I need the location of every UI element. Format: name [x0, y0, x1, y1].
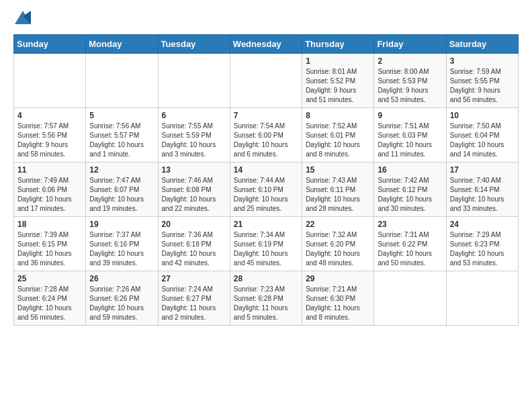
day-cell: 21Sunrise: 7:34 AM Sunset: 6:19 PM Dayli… — [230, 217, 302, 271]
day-info: Sunrise: 7:49 AM Sunset: 6:06 PM Dayligh… — [17, 176, 82, 214]
day-number: 5 — [89, 111, 154, 120]
header — [13, 11, 519, 28]
day-cell: 16Sunrise: 7:42 AM Sunset: 6:12 PM Dayli… — [374, 163, 446, 217]
day-number: 17 — [450, 165, 515, 175]
day-cell: 11Sunrise: 7:49 AM Sunset: 6:06 PM Dayli… — [14, 163, 86, 217]
day-cell: 27Sunrise: 7:24 AM Sunset: 6:27 PM Dayli… — [158, 271, 230, 326]
day-cell — [374, 271, 446, 326]
day-number: 27 — [162, 274, 226, 283]
calendar-page: SundayMondayTuesdayWednesdayThursdayFrid… — [0, 0, 532, 411]
logo — [13, 11, 31, 28]
day-cell: 25Sunrise: 7:28 AM Sunset: 6:24 PM Dayli… — [14, 271, 86, 326]
day-cell — [14, 54, 86, 108]
week-row-0: 1Sunrise: 8:01 AM Sunset: 5:52 PM Daylig… — [14, 54, 519, 108]
col-header-thursday: Thursday — [302, 35, 374, 54]
day-info: Sunrise: 7:42 AM Sunset: 6:12 PM Dayligh… — [378, 176, 442, 214]
col-header-sunday: Sunday — [14, 35, 86, 54]
day-cell: 4Sunrise: 7:57 AM Sunset: 5:56 PM Daylig… — [14, 108, 86, 163]
day-info: Sunrise: 7:59 AM Sunset: 5:55 PM Dayligh… — [450, 67, 515, 105]
day-cell: 19Sunrise: 7:37 AM Sunset: 6:16 PM Dayli… — [86, 217, 158, 271]
day-cell: 14Sunrise: 7:44 AM Sunset: 6:10 PM Dayli… — [230, 163, 302, 217]
day-number: 14 — [234, 165, 298, 175]
day-info: Sunrise: 7:32 AM Sunset: 6:20 PM Dayligh… — [306, 230, 370, 268]
day-info: Sunrise: 7:55 AM Sunset: 5:59 PM Dayligh… — [162, 122, 226, 159]
day-cell — [446, 271, 518, 326]
day-info: Sunrise: 7:52 AM Sunset: 6:01 PM Dayligh… — [306, 122, 370, 159]
calendar-table: SundayMondayTuesdayWednesdayThursdayFrid… — [13, 34, 519, 326]
day-number: 6 — [162, 111, 226, 120]
day-number: 3 — [450, 56, 515, 66]
day-info: Sunrise: 7:50 AM Sunset: 6:04 PM Dayligh… — [450, 122, 515, 159]
day-info: Sunrise: 7:28 AM Sunset: 6:24 PM Dayligh… — [17, 285, 82, 322]
week-row-3: 18Sunrise: 7:39 AM Sunset: 6:15 PM Dayli… — [14, 217, 519, 271]
day-cell: 5Sunrise: 7:56 AM Sunset: 5:57 PM Daylig… — [86, 108, 158, 163]
day-number: 13 — [162, 165, 226, 175]
day-cell: 20Sunrise: 7:36 AM Sunset: 6:18 PM Dayli… — [158, 217, 230, 271]
day-number: 28 — [234, 274, 298, 283]
day-cell: 15Sunrise: 7:43 AM Sunset: 6:11 PM Dayli… — [302, 163, 374, 217]
day-cell: 29Sunrise: 7:21 AM Sunset: 6:30 PM Dayli… — [302, 271, 374, 326]
week-row-2: 11Sunrise: 7:49 AM Sunset: 6:06 PM Dayli… — [14, 163, 519, 217]
day-number: 15 — [306, 165, 370, 175]
day-info: Sunrise: 7:57 AM Sunset: 5:56 PM Dayligh… — [17, 122, 82, 159]
col-header-saturday: Saturday — [446, 35, 518, 54]
week-row-1: 4Sunrise: 7:57 AM Sunset: 5:56 PM Daylig… — [14, 108, 519, 163]
day-number: 29 — [306, 274, 370, 283]
day-number: 24 — [450, 220, 515, 229]
day-number: 1 — [306, 56, 370, 66]
day-info: Sunrise: 7:24 AM Sunset: 6:27 PM Dayligh… — [162, 285, 226, 322]
day-info: Sunrise: 7:43 AM Sunset: 6:11 PM Dayligh… — [306, 176, 370, 214]
day-info: Sunrise: 7:36 AM Sunset: 6:18 PM Dayligh… — [162, 230, 226, 268]
day-cell: 23Sunrise: 7:31 AM Sunset: 6:22 PM Dayli… — [374, 217, 446, 271]
day-cell: 2Sunrise: 8:00 AM Sunset: 5:53 PM Daylig… — [374, 54, 446, 108]
day-cell: 12Sunrise: 7:47 AM Sunset: 6:07 PM Dayli… — [86, 163, 158, 217]
day-number: 2 — [378, 56, 442, 66]
day-number: 7 — [234, 111, 298, 120]
day-number: 26 — [89, 274, 154, 283]
day-info: Sunrise: 7:31 AM Sunset: 6:22 PM Dayligh… — [378, 230, 442, 268]
day-info: Sunrise: 7:23 AM Sunset: 6:28 PM Dayligh… — [234, 285, 298, 322]
header-row: SundayMondayTuesdayWednesdayThursdayFrid… — [14, 35, 519, 54]
day-number: 10 — [450, 111, 515, 120]
day-number: 4 — [17, 111, 82, 120]
day-cell: 18Sunrise: 7:39 AM Sunset: 6:15 PM Dayli… — [14, 217, 86, 271]
day-cell — [158, 54, 230, 108]
day-info: Sunrise: 7:26 AM Sunset: 6:26 PM Dayligh… — [89, 285, 154, 322]
day-info: Sunrise: 7:21 AM Sunset: 6:30 PM Dayligh… — [306, 285, 370, 322]
day-number: 21 — [234, 220, 298, 229]
day-number: 22 — [306, 220, 370, 229]
day-cell: 17Sunrise: 7:40 AM Sunset: 6:14 PM Dayli… — [446, 163, 518, 217]
day-number: 18 — [17, 220, 82, 229]
day-info: Sunrise: 7:47 AM Sunset: 6:07 PM Dayligh… — [89, 176, 154, 214]
day-number: 11 — [17, 165, 82, 175]
day-cell: 9Sunrise: 7:51 AM Sunset: 6:03 PM Daylig… — [374, 108, 446, 163]
day-cell: 3Sunrise: 7:59 AM Sunset: 5:55 PM Daylig… — [446, 54, 518, 108]
day-number: 19 — [89, 220, 154, 229]
week-row-4: 25Sunrise: 7:28 AM Sunset: 6:24 PM Dayli… — [14, 271, 519, 326]
day-number: 12 — [89, 165, 154, 175]
day-cell: 24Sunrise: 7:29 AM Sunset: 6:23 PM Dayli… — [446, 217, 518, 271]
logo-icon — [15, 11, 31, 24]
day-info: Sunrise: 7:56 AM Sunset: 5:57 PM Dayligh… — [89, 122, 154, 159]
day-cell: 13Sunrise: 7:46 AM Sunset: 6:08 PM Dayli… — [158, 163, 230, 217]
day-cell: 8Sunrise: 7:52 AM Sunset: 6:01 PM Daylig… — [302, 108, 374, 163]
day-info: Sunrise: 7:40 AM Sunset: 6:14 PM Dayligh… — [450, 176, 515, 214]
day-number: 16 — [378, 165, 442, 175]
day-cell: 1Sunrise: 8:01 AM Sunset: 5:52 PM Daylig… — [302, 54, 374, 108]
day-info: Sunrise: 8:00 AM Sunset: 5:53 PM Dayligh… — [378, 67, 442, 105]
day-number: 23 — [378, 220, 442, 229]
day-cell: 26Sunrise: 7:26 AM Sunset: 6:26 PM Dayli… — [86, 271, 158, 326]
day-number: 8 — [306, 111, 370, 120]
day-info: Sunrise: 7:37 AM Sunset: 6:16 PM Dayligh… — [89, 230, 154, 268]
day-info: Sunrise: 7:44 AM Sunset: 6:10 PM Dayligh… — [234, 176, 298, 214]
col-header-wednesday: Wednesday — [230, 35, 302, 54]
day-number: 25 — [17, 274, 82, 283]
day-cell: 10Sunrise: 7:50 AM Sunset: 6:04 PM Dayli… — [446, 108, 518, 163]
day-info: Sunrise: 7:51 AM Sunset: 6:03 PM Dayligh… — [378, 122, 442, 159]
day-cell: 28Sunrise: 7:23 AM Sunset: 6:28 PM Dayli… — [230, 271, 302, 326]
day-info: Sunrise: 7:54 AM Sunset: 6:00 PM Dayligh… — [234, 122, 298, 159]
day-info: Sunrise: 7:46 AM Sunset: 6:08 PM Dayligh… — [162, 176, 226, 214]
day-info: Sunrise: 7:34 AM Sunset: 6:19 PM Dayligh… — [234, 230, 298, 268]
day-cell: 6Sunrise: 7:55 AM Sunset: 5:59 PM Daylig… — [158, 108, 230, 163]
day-cell — [86, 54, 158, 108]
